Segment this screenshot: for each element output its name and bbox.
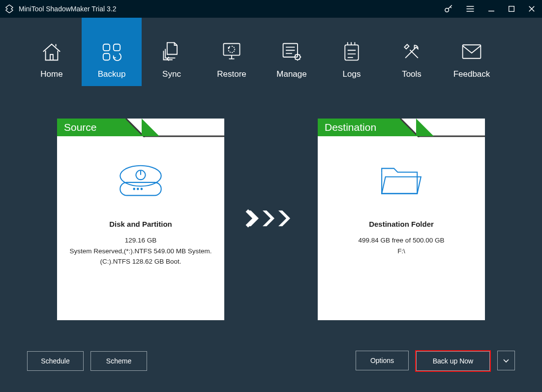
titlebar: MiniTool ShadowMaker Trial 3.2 [0, 0, 542, 18]
arrows-divider [244, 119, 298, 320]
nav-manage[interactable]: Manage [262, 18, 322, 86]
scheme-label: Scheme [106, 357, 131, 365]
scheme-button[interactable]: Scheme [90, 351, 147, 371]
app-window: MiniTool ShadowMaker Trial 3.2 [0, 0, 542, 392]
svg-rect-4 [103, 54, 110, 60]
home-icon [40, 41, 63, 62]
nav-label: Feedback [453, 69, 490, 79]
source-size: 129.16 GB [115, 235, 167, 246]
svg-rect-9 [463, 45, 481, 59]
svg-point-19 [141, 188, 142, 189]
minimize-icon[interactable] [487, 4, 496, 13]
source-card[interactable]: Source [57, 119, 224, 320]
sync-icon [161, 41, 182, 62]
restore-icon [220, 41, 243, 62]
nav-label: Backup [98, 69, 126, 79]
backup-now-button[interactable]: Back up Now [416, 351, 490, 371]
options-label: Options [370, 357, 394, 364]
caret-down-icon [503, 357, 509, 364]
svg-rect-3 [114, 44, 120, 51]
options-button[interactable]: Options [356, 351, 409, 370]
svg-rect-1 [509, 6, 514, 12]
nav-label: Restore [217, 69, 246, 79]
tools-icon [401, 41, 422, 62]
footer-buttons: Schedule Scheme Options Back up Now [27, 351, 515, 371]
key-icon[interactable] [444, 4, 453, 14]
app-title: MiniTool ShadowMaker Trial 3.2 [19, 5, 116, 13]
nav-label: Home [40, 69, 62, 79]
nav-label: Sync [162, 69, 181, 79]
svg-point-17 [133, 188, 134, 189]
destination-tab-label: Destination [325, 121, 376, 133]
backup-now-group: Back up Now [416, 351, 490, 371]
navbar: Home Backup Sync [0, 18, 542, 86]
nav-sync[interactable]: Sync [142, 18, 202, 86]
destination-card[interactable]: Destination Destination Folder 499 [318, 119, 485, 320]
nav-backup[interactable]: Backup [82, 18, 142, 86]
nav-feedback[interactable]: Feedback [442, 18, 502, 86]
svg-point-18 [137, 188, 138, 189]
chevrons-right-icon [244, 209, 298, 230]
nav-label: Manage [276, 69, 306, 79]
destination-free: 499.84 GB free of 500.00 GB [349, 235, 454, 246]
feedback-icon [461, 41, 482, 62]
backup-icon [100, 41, 123, 62]
destination-title: Destination Folder [369, 220, 434, 228]
title-left: MiniTool ShadowMaker Trial 3.2 [4, 3, 116, 14]
nav-label: Tools [402, 69, 422, 79]
disk-icon [117, 163, 164, 201]
cards-row: Source [4, 119, 538, 320]
source-details-1: System Reserved,(*:).NTFS 549.00 MB Syst… [60, 246, 222, 257]
backup-now-dropdown[interactable] [497, 351, 515, 370]
nav-label: Logs [343, 69, 361, 79]
nav-restore[interactable]: Restore [202, 18, 262, 86]
manage-icon [280, 41, 303, 62]
schedule-button[interactable]: Schedule [27, 351, 84, 371]
svg-rect-2 [103, 44, 110, 51]
title-controls [444, 4, 536, 14]
schedule-label: Schedule [41, 357, 69, 365]
svg-rect-5 [224, 44, 240, 56]
source-tab-label: Source [64, 121, 97, 133]
backup-now-label: Back up Now [433, 357, 473, 365]
logs-icon [341, 41, 362, 62]
menu-icon[interactable] [465, 4, 475, 14]
svg-point-16 [120, 166, 161, 186]
folder-icon [378, 163, 425, 201]
source-title: Disk and Partition [109, 220, 172, 228]
destination-path: F:\ [388, 246, 415, 257]
nav-logs[interactable]: Logs [322, 18, 382, 86]
maximize-icon[interactable] [508, 5, 515, 13]
nav-home[interactable]: Home [22, 18, 82, 86]
source-details-2: (C:).NTFS 128.62 GB Boot. [90, 256, 191, 267]
nav-tools[interactable]: Tools [382, 18, 442, 86]
close-icon[interactable] [527, 4, 536, 13]
app-logo-icon [4, 3, 15, 14]
content-area: Source [0, 86, 542, 392]
